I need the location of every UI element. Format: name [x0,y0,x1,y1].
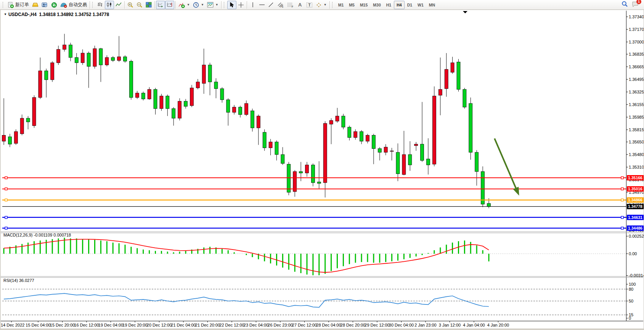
candlestick-chart-button[interactable] [105,1,114,9]
candle [384,147,387,153]
chart-shift-icon [167,2,173,8]
text-label-button[interactable]: T [305,1,314,9]
candle [421,144,424,161]
fibonacci-button[interactable]: F [286,1,296,9]
candle [8,137,11,144]
time-tick-label: 4 Jan 20:00 [487,323,509,327]
tab-mn[interactable]: MN [426,1,438,9]
chart-shift-marker[interactable] [463,11,467,13]
candle [390,151,393,151]
price-tick-label: 1.36665 [629,64,644,69]
search-button[interactable] [622,1,628,9]
candle [445,69,448,89]
candle [396,152,400,174]
bar-chart-button[interactable] [96,1,105,9]
crosshair-button[interactable] [236,1,246,9]
line-handle[interactable] [5,177,7,179]
time-tick-label: 29 Dec 12:00 [365,323,389,327]
horizontal-line-button[interactable] [257,1,267,9]
rsi-tick-label: 100 [629,282,636,287]
time-tick-label: 28 Dec 20:00 [340,323,365,327]
cursor-button[interactable] [227,1,236,9]
line-handle[interactable] [5,199,7,201]
notifications-button[interactable]: 1 [632,1,639,9]
time-tick-label: 22 Dec 12:00 [219,323,244,327]
line-handle[interactable] [621,188,623,190]
price-line-label: 1.34778 [628,204,642,209]
trendline-button[interactable] [267,1,276,9]
candle [414,144,418,146]
auto-trading-button[interactable]: 自动交易 [59,1,88,9]
candle [487,203,491,206]
candle [463,89,466,107]
tab-h1[interactable]: H1 [384,1,394,9]
window-edge [0,328,644,330]
trend-arrow-object[interactable] [495,138,517,191]
periods-button[interactable]: ▼ [191,1,206,9]
candle [311,165,315,183]
zoom-out-button[interactable] [135,1,144,9]
line-handle[interactable] [621,227,623,229]
line-handle[interactable] [5,188,7,190]
tile-windows-button[interactable] [144,1,153,9]
signals-button[interactable] [50,1,59,9]
community-button[interactable] [40,1,50,9]
candle [366,135,369,142]
candle [190,88,193,106]
new-order-icon [8,2,14,8]
price-line-label: 1.35016 [628,187,642,191]
indicators-button[interactable]: ▼ [177,1,191,9]
line-handle[interactable] [621,216,623,219]
bar-chart-icon [97,2,103,8]
text-label-icon: T [306,2,313,8]
tab-m1[interactable]: M1 [336,1,347,9]
candle [329,121,333,124]
gold-badge-button[interactable] [31,1,40,9]
svg-text:T: T [308,3,310,7]
candle [160,96,163,109]
equidistant-channel-button[interactable]: E [276,1,286,9]
candle [148,89,151,99]
candle [26,118,30,122]
text-button[interactable]: A [296,1,305,9]
tab-m15[interactable]: M15 [357,1,370,9]
arrows-button[interactable]: ▼ [314,1,328,9]
line-handle[interactable] [621,199,623,201]
candle [51,63,54,80]
time-tick-label: 19 Dec 04:00 [98,323,123,327]
time-tick-label: 27 Dec 12:00 [292,323,317,327]
vertical-line-button[interactable] [248,1,257,9]
chart-menu-arrow-icon[interactable]: ▼ [4,13,7,16]
candle [275,142,278,155]
macd-tick-label: 0.00 [629,251,637,256]
candle [372,135,375,149]
time-tick-label: 20 Dec 12:00 [147,323,172,327]
chart-shift-button[interactable] [165,1,174,9]
tab-d1[interactable]: D1 [405,1,415,9]
line-chart-button[interactable] [114,1,123,9]
price-line-label: 1.34486 [628,226,642,230]
new-order-button[interactable]: 新订单 [6,1,31,9]
candle [360,132,363,141]
zoom-in-button[interactable] [126,1,135,9]
vertical-line-icon [250,2,255,8]
tab-h4[interactable]: H4 [394,1,404,9]
price-tick-label: 1.36495 [629,77,644,82]
line-handle[interactable] [5,227,7,229]
time-tick-label: 4 Jan 04:00 [463,323,485,327]
chart-canvas[interactable]: 1.373401.371701.370001.368351.366651.364… [0,10,644,330]
new-order-label: 新订单 [15,2,29,8]
line-handle[interactable] [5,216,7,219]
templates-button[interactable]: ▼ [206,1,220,9]
candle [469,103,472,152]
tab-w1[interactable]: W1 [415,1,426,9]
price-tick-label: 1.35815 [629,127,644,132]
candle [408,155,412,165]
tab-m30[interactable]: M30 [370,1,383,9]
tab-m5[interactable]: M5 [346,1,357,9]
auto-scroll-button[interactable] [156,1,165,9]
candle [141,93,145,99]
line-handle[interactable] [621,177,623,179]
time-tick-label: 23 Dec 04:00 [244,323,268,327]
crosshair-icon [238,2,244,8]
